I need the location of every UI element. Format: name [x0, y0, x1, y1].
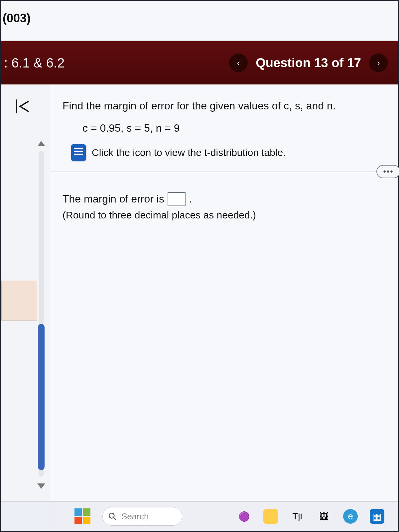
taskbar-search[interactable]: Search: [102, 507, 182, 526]
t-distribution-link-text[interactable]: Click the icon to view the t-distributio…: [92, 147, 286, 158]
question-content: Find the margin of error for the given v…: [51, 84, 398, 531]
more-options-button[interactable]: •••: [376, 165, 399, 178]
start-button[interactable]: [74, 508, 90, 524]
taskbar-app-icon[interactable]: 🟣: [237, 509, 251, 524]
windows-taskbar: Search 🟣 Tji 🖼 e ▦: [1, 501, 398, 531]
sidebar-scroll-thumb[interactable]: [38, 324, 45, 470]
t-distribution-table-button[interactable]: [71, 144, 86, 161]
edge-browser-icon[interactable]: e: [343, 509, 358, 524]
search-icon: [108, 512, 117, 521]
section-title: : 6.1 & 6.2: [4, 56, 65, 70]
collapse-left-icon: [14, 98, 31, 115]
answer-period: .: [189, 193, 192, 205]
content-divider: •••: [51, 172, 398, 172]
prev-question-button[interactable]: ‹: [229, 54, 248, 72]
scroll-down-button[interactable]: [37, 483, 45, 489]
margin-of-error-input[interactable]: [168, 192, 186, 206]
windows-logo-icon: [74, 508, 82, 516]
browser-chrome-top: (003): [1, 1, 398, 41]
question-navigator-sidebar: [1, 84, 51, 531]
taskbar-search-placeholder: Search: [121, 511, 149, 522]
microsoft-store-icon[interactable]: ▦: [370, 509, 384, 524]
question-parameters: c = 0.95, s = 5, n = 9: [82, 122, 381, 134]
question-prompt: Find the margin of error for the given v…: [63, 98, 381, 113]
collapse-sidebar-button[interactable]: [11, 94, 35, 118]
assignment-header: : 6.1 & 6.2 ‹ Question 13 of 17 ›: [1, 41, 398, 84]
svg-line-2: [113, 517, 116, 520]
question-thumbnail-current[interactable]: [1, 281, 37, 321]
svg-point-1: [109, 513, 114, 518]
question-counter: Question 13 of 17: [256, 56, 361, 70]
next-question-button[interactable]: ›: [369, 54, 388, 72]
file-explorer-icon[interactable]: [263, 509, 278, 524]
taskbar-app-icon[interactable]: Tji: [290, 509, 305, 524]
scroll-up-button[interactable]: [37, 141, 45, 146]
rounding-hint: (Round to three decimal places as needed…: [63, 209, 256, 221]
tab-code: (003): [1, 11, 398, 25]
answer-row: The margin of error is . (Round to three…: [63, 192, 381, 221]
answer-lead-text: The margin of error is: [63, 193, 164, 205]
question-nav: ‹ Question 13 of 17 ›: [229, 54, 388, 72]
taskbar-app-icon[interactable]: 🖼: [317, 509, 331, 524]
